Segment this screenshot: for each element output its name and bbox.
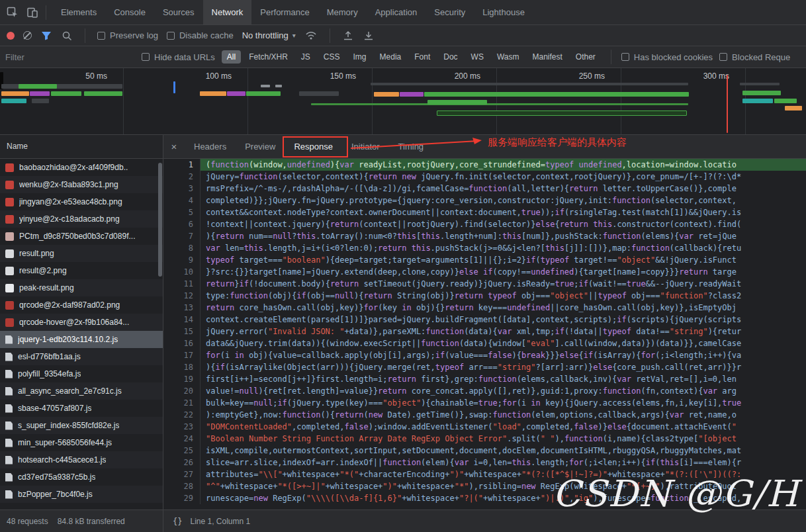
clear-icon[interactable] bbox=[23, 31, 32, 40]
code-line[interactable]: 23"DOMContentLoaded",completed,false);wi… bbox=[163, 421, 806, 433]
filter-pill-fetch-xhr[interactable]: Fetch/XHR bbox=[244, 50, 293, 64]
filter-icon[interactable] bbox=[40, 26, 52, 45]
import-har-icon[interactable] bbox=[342, 26, 354, 45]
line-number: 8 bbox=[163, 242, 201, 254]
filter-pill-media[interactable]: Media bbox=[375, 50, 407, 64]
detail-tab-response[interactable]: Response bbox=[285, 135, 342, 158]
network-request-row[interactable]: all_async_search_2e7c91c.js bbox=[0, 382, 163, 400]
filter-input[interactable] bbox=[5, 52, 135, 62]
network-request-row[interactable]: qrcode-hover@2x-f9b106a84... bbox=[0, 314, 163, 331]
code-line[interactable]: 27attributes="\\["+whitespace+"*("+chara… bbox=[163, 468, 806, 480]
tab-performance[interactable]: Performance bbox=[251, 0, 318, 24]
code-line[interactable]: 18){if(isArraylike(Object(arr))){jQuery.… bbox=[163, 361, 806, 373]
network-request-row[interactable]: result.png bbox=[0, 245, 163, 262]
code-line[interactable]: 8var len=this.length,j=i+(i<0?len:0);ret… bbox=[163, 242, 806, 254]
has-blocked-cookies-checkbox[interactable]: Has blocked cookies bbox=[621, 52, 713, 62]
code-line[interactable]: 5context&&context.nodeType?context.owner… bbox=[163, 206, 806, 218]
code-line[interactable]: 17for(i in obj){value=callback.apply(obj… bbox=[163, 349, 806, 361]
code-line[interactable]: 15jQuery.error("Invalid JSON: "+data)},p… bbox=[163, 326, 806, 337]
code-line[interactable]: 6!context||context.jquery){return(contex… bbox=[163, 218, 806, 230]
filter-pill-manifest[interactable]: Manifest bbox=[527, 50, 567, 64]
code-line[interactable]: 1(function(window,undefined){var readyLi… bbox=[163, 159, 806, 171]
network-request-row[interactable]: yinyue@2x-c18adacacb.png bbox=[0, 210, 163, 228]
network-request-row[interactable]: baobaozhidao@2x-af409f9db.. bbox=[0, 159, 163, 176]
scrollbar-thumb[interactable] bbox=[158, 163, 162, 277]
tab-security[interactable]: Security bbox=[425, 0, 474, 24]
tab-sources[interactable]: Sources bbox=[154, 0, 203, 24]
preserve-log-checkbox[interactable]: Preserve log bbox=[97, 30, 158, 40]
code-line[interactable]: 10}?src:{}}target[name]=jQuery.extend(de… bbox=[163, 266, 806, 278]
blocked-requests-checkbox[interactable]: Blocked Reque bbox=[719, 52, 790, 62]
code-line[interactable]: 26slice=arr.slice,indexOf=arr.indexOf||f… bbox=[163, 457, 806, 468]
name-column-header[interactable]: Name bbox=[0, 135, 163, 159]
network-request-row[interactable]: jingyan@2x-e53eac48cb.png bbox=[0, 193, 163, 210]
code-line[interactable]: 16data&&jQuery.trim(data)){(window.execS… bbox=[163, 337, 806, 349]
code-line[interactable]: 22):emptyGet},now:function(){return(new … bbox=[163, 409, 806, 421]
filter-pill-css[interactable]: CSS bbox=[318, 50, 345, 64]
code-line[interactable]: 2jQuery=function(selector,context){retur… bbox=[163, 171, 806, 183]
network-request-row[interactable]: cd37ed75a9387c5b.js bbox=[0, 468, 163, 486]
code-line[interactable]: 25isXML,compile,outermostContext,sortInp… bbox=[163, 445, 806, 457]
filter-pill-other[interactable]: Other bbox=[570, 50, 601, 64]
filter-pill-font[interactable]: Font bbox=[409, 50, 435, 64]
tab-elements[interactable]: Elements bbox=[52, 0, 105, 24]
filter-pill-js[interactable]: JS bbox=[296, 50, 316, 64]
code-line[interactable]: 3rmsPrefix=/^-ms-/,rdashAlpha=/-([\da-z]… bbox=[163, 183, 806, 195]
device-toolbar-icon[interactable] bbox=[22, 3, 42, 22]
network-request-row[interactable]: s_super_index-855fcfd82e.js bbox=[0, 417, 163, 434]
filter-pill-doc[interactable]: Doc bbox=[438, 50, 463, 64]
detail-tab-timing[interactable]: Timing bbox=[389, 135, 433, 158]
code-line[interactable]: 7){return num==null?this.toArray():num<0… bbox=[163, 230, 806, 242]
code-line[interactable]: 11return}if(!document.body){return setTi… bbox=[163, 278, 806, 290]
code-line[interactable]: 29runescape=new RegExp("\\\\([\\da-f]{1,… bbox=[163, 492, 806, 504]
network-request-row[interactable]: min_super-5685056fe44.js bbox=[0, 434, 163, 451]
network-conditions-icon[interactable] bbox=[304, 26, 318, 45]
overview-gridline bbox=[372, 68, 373, 134]
network-request-row[interactable]: PCtm_d9c8750bed0b3c7d089f... bbox=[0, 228, 163, 245]
code-line[interactable]: 14context.createElement(parsed[1])]}pars… bbox=[163, 314, 806, 326]
filter-pill-wasm[interactable]: Wasm bbox=[492, 50, 525, 64]
pretty-print-icon[interactable]: {} bbox=[173, 517, 182, 526]
network-request-row[interactable]: polyfill_9354efa.js bbox=[0, 365, 163, 382]
network-overview[interactable]: 50 ms100 ms150 ms200 ms250 ms300 ms bbox=[0, 68, 806, 135]
code-line[interactable]: 21bulk=key==null;if(jQuery.type(key)==="… bbox=[163, 397, 806, 409]
code-line[interactable]: 13return core_hasOwn.call(obj,key)}for(k… bbox=[163, 302, 806, 314]
network-request-row[interactable]: wenku@2x-f3aba893c1.png bbox=[0, 176, 163, 193]
filter-pill-all[interactable]: All bbox=[222, 50, 241, 64]
record-icon[interactable] bbox=[7, 32, 15, 40]
hide-data-urls-checkbox[interactable]: Hide data URLs bbox=[142, 52, 215, 62]
filter-pill-ws[interactable]: WS bbox=[466, 50, 489, 64]
close-icon[interactable]: × bbox=[163, 141, 185, 152]
tab-lighthouse[interactable]: Lighthouse bbox=[474, 0, 533, 24]
code-line[interactable]: 20value!=null){ret[ret.length]=value}}re… bbox=[163, 385, 806, 397]
code-line[interactable]: 28"^"+whitespace+"*([>+~]|"+whitespace+"… bbox=[163, 480, 806, 492]
tab-application[interactable]: Application bbox=[367, 0, 426, 24]
code-line[interactable]: 4completed)}};jQuery.fn=jQuery.prototype… bbox=[163, 195, 806, 206]
line-number: 14 bbox=[163, 314, 201, 326]
code-line[interactable]: 19first[i++]=second[j++]}first.length=i;… bbox=[163, 373, 806, 385]
network-request-row[interactable]: bzPopper_7bc4f0e.js bbox=[0, 486, 163, 503]
filter-pill-img[interactable]: Img bbox=[348, 50, 372, 64]
code-line[interactable]: 9typeof target==="boolean"){deep=target;… bbox=[163, 254, 806, 266]
export-har-icon[interactable] bbox=[363, 26, 375, 45]
tab-network[interactable]: Network bbox=[203, 0, 252, 24]
tab-memory[interactable]: Memory bbox=[318, 0, 367, 24]
throttling-select[interactable]: No throttling ▾ bbox=[242, 30, 296, 40]
code-line[interactable]: 24"Boolean Number String Function Array … bbox=[163, 433, 806, 445]
network-request-row[interactable]: esl-d776bfb1aa.js bbox=[0, 348, 163, 365]
code-text: slice=arr.slice,indexOf=arr.indexOf||fun… bbox=[201, 457, 806, 468]
code-line[interactable]: 12type:function(obj){if(obj==null){retur… bbox=[163, 290, 806, 302]
search-icon[interactable] bbox=[61, 26, 73, 45]
detail-tab-preview[interactable]: Preview bbox=[236, 135, 285, 158]
network-request-row[interactable]: qrcode@2x-daf987ad02.png bbox=[0, 296, 163, 314]
disable-cache-checkbox[interactable]: Disable cache bbox=[167, 30, 234, 40]
network-request-row[interactable]: jquery-1-edb203c114.10.2.js bbox=[0, 331, 163, 348]
inspect-element-icon[interactable] bbox=[3, 3, 22, 22]
detail-tab-headers[interactable]: Headers bbox=[185, 135, 236, 158]
network-request-row[interactable]: peak-result.png bbox=[0, 279, 163, 296]
tab-console[interactable]: Console bbox=[105, 0, 154, 24]
network-request-row[interactable]: hotsearch-c445acece1.js bbox=[0, 451, 163, 468]
network-request-row[interactable]: sbase-47057af807.js bbox=[0, 400, 163, 417]
detail-tab-initiator[interactable]: Initiator bbox=[342, 135, 389, 158]
network-request-row[interactable]: result@2.png bbox=[0, 262, 163, 279]
